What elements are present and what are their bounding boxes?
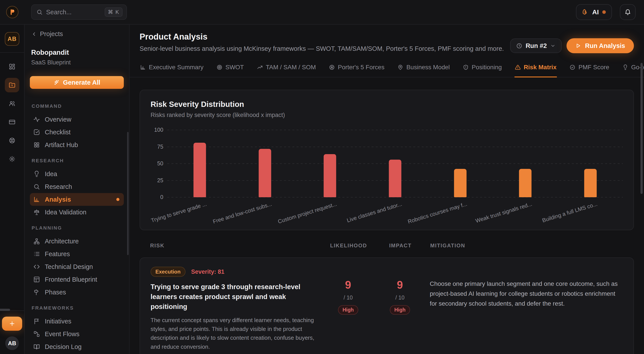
sidebar-item-checklist[interactable]: Checklist bbox=[30, 126, 124, 138]
tab-swot[interactable]: SWOT bbox=[216, 61, 244, 77]
sidebar-item-features[interactable]: Features bbox=[30, 248, 124, 260]
tab-pmf-score[interactable]: PMF Score bbox=[569, 61, 610, 77]
project-name: Robopandit bbox=[31, 49, 122, 57]
sidebar-item-research[interactable]: Research bbox=[30, 180, 124, 193]
tab-porters-5-forces[interactable]: Porter's 5 Forces bbox=[328, 61, 385, 77]
chart-column-icon bbox=[140, 64, 146, 70]
tab-positioning[interactable]: Positioning bbox=[462, 61, 502, 77]
run-selector-label: Run #2 bbox=[526, 42, 547, 50]
tab-tam-sam-som[interactable]: TAM / SAM / SOM bbox=[256, 61, 316, 77]
run-selector[interactable]: Run #2 bbox=[510, 39, 562, 53]
app-logo[interactable] bbox=[6, 6, 18, 18]
risk-title: Trying to serve grade 3 through research… bbox=[150, 282, 318, 312]
tab-executive-summary[interactable]: Executive Summary bbox=[140, 61, 204, 77]
sidebar-item-idea-validation[interactable]: Idea Validation bbox=[30, 206, 124, 219]
sidebar-item-decision-log[interactable]: Decision Log bbox=[30, 340, 124, 353]
sidebar-item-initiatives[interactable]: Initiatives bbox=[30, 315, 124, 328]
logo-icon bbox=[9, 9, 16, 15]
run-analysis-label: Run Analysis bbox=[585, 42, 625, 50]
clock-icon bbox=[516, 43, 522, 49]
likelihood-value: 9 bbox=[326, 279, 370, 291]
severity-label: Severity: 81 bbox=[191, 268, 224, 275]
rail-billing-button[interactable] bbox=[5, 115, 19, 129]
rail-settings-button[interactable] bbox=[5, 152, 19, 166]
ai-brain-icon bbox=[582, 9, 589, 15]
life-buoy-icon bbox=[9, 137, 15, 144]
ai-status-dot bbox=[602, 10, 606, 14]
tab-risk-matrix[interactable]: Risk Matrix bbox=[514, 61, 557, 77]
tab-label: Risk Matrix bbox=[524, 64, 556, 71]
notifications-button[interactable] bbox=[620, 4, 636, 20]
rail-team-button[interactable] bbox=[5, 96, 19, 111]
sidebar-item-artifact-hub[interactable]: Artifact Hub bbox=[30, 138, 124, 151]
sidebar-item-idea[interactable]: Idea bbox=[30, 167, 124, 180]
sidebar-item-risk-register[interactable]: Risk Register bbox=[30, 353, 124, 354]
sidebar-item-analysis[interactable]: Analysis bbox=[30, 193, 124, 206]
rail-projects-button[interactable] bbox=[5, 78, 19, 92]
ai-assistant-button[interactable]: AI bbox=[576, 4, 612, 20]
likelihood-level-badge: High bbox=[338, 305, 358, 315]
users-icon bbox=[9, 100, 15, 107]
new-project-button[interactable] bbox=[2, 317, 22, 331]
chart-y-tick: 50 bbox=[157, 160, 163, 167]
main-scrollbar[interactable] bbox=[640, 63, 643, 194]
icon-rail: AB bbox=[0, 25, 24, 354]
search-input[interactable]: Search... ⌘ K bbox=[31, 5, 127, 20]
chart-bar[interactable] bbox=[454, 169, 466, 197]
user-avatar[interactable]: AB bbox=[5, 336, 19, 350]
rail-support-button[interactable] bbox=[5, 133, 19, 148]
activity-icon bbox=[33, 116, 40, 123]
project-info: Robopandit SaaS Blueprint bbox=[24, 43, 129, 72]
active-indicator-dot bbox=[116, 198, 120, 201]
chart-slot: Free and low-cost subs... bbox=[232, 130, 298, 197]
likelihood-score: 9 / 10 High bbox=[326, 279, 370, 351]
tab-content: Risk Severity Distribution Risks ranked … bbox=[130, 77, 644, 354]
sidebar-item-label: Overview bbox=[45, 116, 71, 123]
five-forces-icon bbox=[329, 64, 335, 70]
sidebar-item-label: Idea Validation bbox=[45, 209, 86, 216]
chart-slot: Robotics courses may f... bbox=[428, 130, 493, 197]
flag-icon bbox=[33, 318, 40, 324]
tab-label: Executive Summary bbox=[149, 64, 204, 71]
sidebar-item-label: Frontend Blueprint bbox=[45, 276, 97, 283]
col-risk: RISK bbox=[150, 243, 319, 249]
rail-dashboard-button[interactable] bbox=[5, 59, 19, 74]
sidebar-scrollbar[interactable] bbox=[127, 132, 128, 255]
chart-bar[interactable] bbox=[324, 154, 336, 197]
col-likelihood: LIKELIHOOD bbox=[326, 243, 370, 249]
sidebar-nav: COMMAND Overview Checklist Artifact Hub … bbox=[24, 91, 129, 354]
sidebar-item-frontend-blueprint[interactable]: Frontend Blueprint bbox=[30, 273, 124, 286]
chart-y-tick: 100 bbox=[154, 127, 163, 133]
run-analysis-button[interactable]: Run Analysis bbox=[566, 38, 634, 53]
chart-bar[interactable] bbox=[389, 160, 402, 197]
sidebar-item-overview[interactable]: Overview bbox=[30, 113, 124, 126]
section-label-command: COMMAND bbox=[32, 103, 122, 109]
back-to-projects[interactable]: Projects bbox=[24, 25, 129, 43]
tab-business-model[interactable]: Business Model bbox=[397, 61, 450, 77]
chart-bar[interactable] bbox=[584, 169, 596, 197]
bar-chart-icon bbox=[33, 196, 40, 203]
map-pin-icon bbox=[398, 64, 403, 70]
section-label-research: RESEARCH bbox=[32, 158, 122, 163]
risk-description: The current concept spans very different… bbox=[150, 316, 318, 351]
credit-card-icon bbox=[9, 119, 15, 125]
sidebar-item-technical-design[interactable]: Technical Design bbox=[30, 260, 124, 273]
main-panel: Product Analysis Senior-level business a… bbox=[130, 25, 644, 354]
alert-triangle-icon bbox=[515, 64, 521, 70]
chart-bar[interactable] bbox=[194, 143, 206, 197]
sidebar-item-phases[interactable]: Phases bbox=[30, 286, 124, 299]
play-icon bbox=[575, 43, 581, 49]
page-subtitle: Senior-level business analysis using McK… bbox=[140, 45, 504, 52]
rail-scroll-indicator bbox=[0, 309, 10, 311]
trending-up-icon bbox=[257, 64, 263, 70]
sidebar-item-label: Architecture bbox=[45, 238, 79, 245]
check-square-icon bbox=[33, 129, 40, 135]
chart-bar[interactable] bbox=[519, 169, 532, 197]
workspace-badge[interactable]: AB bbox=[5, 32, 19, 46]
book-open-icon bbox=[33, 343, 40, 350]
sidebar-item-architecture[interactable]: Architecture bbox=[30, 235, 124, 248]
risk-row-execution[interactable]: Execution Severity: 81 Trying to serve g… bbox=[140, 257, 634, 354]
sidebar-item-event-flows[interactable]: Event Flows bbox=[30, 328, 124, 340]
chart-bar[interactable] bbox=[258, 149, 271, 197]
generate-all-button[interactable]: Generate All bbox=[30, 76, 124, 89]
